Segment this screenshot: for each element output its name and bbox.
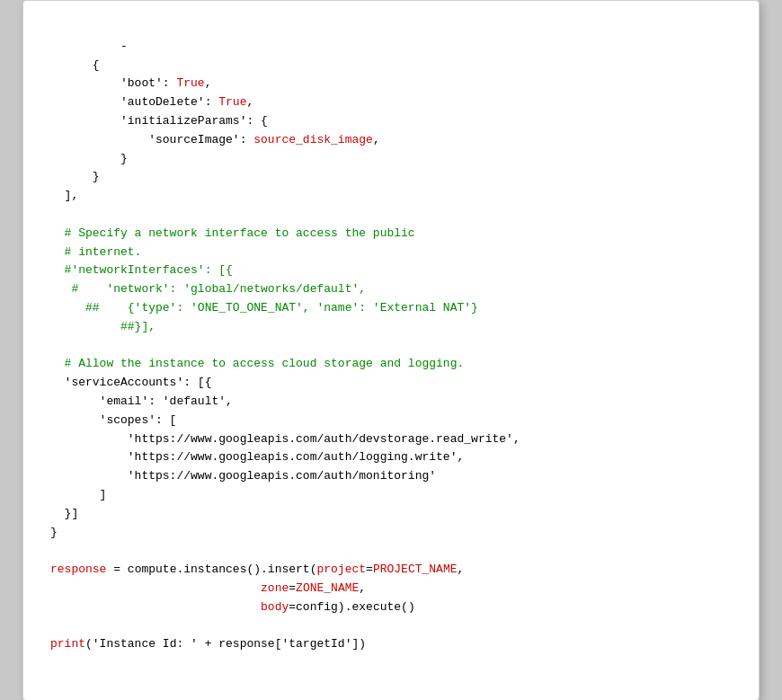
line-initializeparams: 'initializeParams': { [50,114,268,128]
line-close-scopes: ] [50,488,106,501]
line-comment-network3: # 'network': 'global/networks/default', [50,282,366,296]
line-close-brace-outer: } [50,170,100,183]
line-comment-allow: # Allow the instance to access cloud sto… [50,357,464,370]
line-sourceimage: 'sourceImage': source_disk_image, [50,133,380,146]
code-content: - { 'boot': True, 'autoDelete': True, 'i… [50,19,732,673]
line-comment-network1: # Specify a network interface to access … [50,226,415,240]
line-scopes: 'scopes': [ [50,413,176,427]
line-close-bracket: ], [50,189,78,202]
line-close-serviceaccounts: }] [50,507,78,520]
line-autodelete: 'autoDelete': True, [50,95,253,109]
line-scope-devstorage: 'https://www.googleapis.com/auth/devstor… [50,432,520,446]
line-boot: 'boot': True, [50,76,211,90]
line-close-brace-inner: } [50,152,128,165]
line-print: print('Instance Id: ' + response['target… [50,637,366,651]
line-scope-logging: 'https://www.googleapis.com/auth/logging… [50,450,464,464]
line-comment-close: ##}], [50,320,156,333]
line-serviceaccounts: 'serviceAccounts': [{ [50,376,211,389]
line-comment-nat: ## {'type': 'ONE_TO_ONE_NAT', 'name': 'E… [50,301,478,315]
line-comment-networkinterfaces: #'networkInterfaces': [{ [50,263,233,277]
line-email: 'email': 'default', [50,394,233,408]
line-response: response = compute.instances().insert(pr… [50,563,464,576]
line-close-config: } [50,526,58,539]
line-open-brace: { [50,58,100,72]
line-body: body=config).execute() [50,600,415,614]
code-window: - { 'boot': True, 'autoDelete': True, 'i… [22,0,760,700]
line-scope-monitoring: 'https://www.googleapis.com/auth/monitor… [50,469,436,483]
line-comment-network2: # internet. [50,245,141,259]
line-zone: zone=ZONE_NAME, [50,581,366,595]
line-dash: - [50,40,128,53]
